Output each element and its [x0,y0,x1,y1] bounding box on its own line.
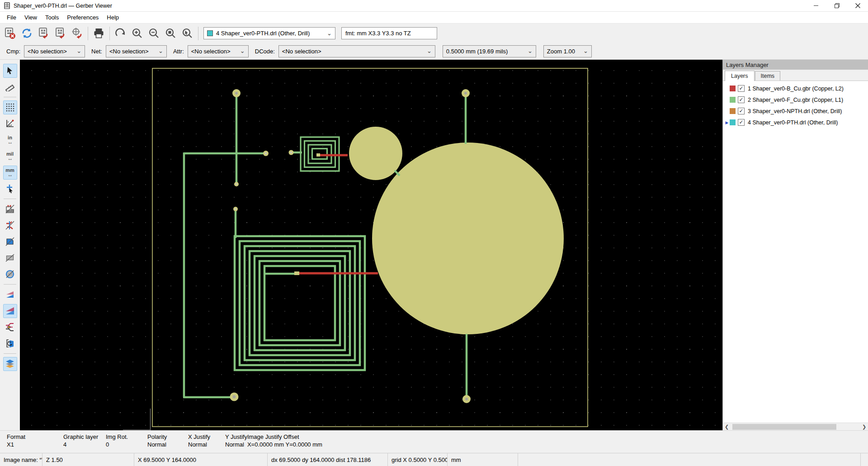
scroll-right-icon[interactable]: ❯ [860,423,868,431]
menu-item[interactable]: Preferences [63,13,103,22]
layer-label: 1 Shaper_ver0-B_Cu.gbr (Copper, L2) [748,86,844,92]
zoom-fit-button[interactable] [162,25,179,42]
scrollbar-track[interactable] [731,423,860,431]
component-select-value: <No selection> [28,48,67,55]
layers-manager-toggle-button[interactable] [3,357,17,371]
layers-list: ▶ ✓ 1 Shaper_ver0-B_Cu.gbr (Copper, L2) … [723,81,868,423]
active-layer-value: 4 Shaper_ver0-PTH.drl (Other, Drill) [216,30,310,37]
info-field: X Justify Normal [188,433,225,453]
status-cell: X 69.5000 Y 164.0000 [134,453,267,466]
layers-diff-mode-button[interactable] [3,304,17,318]
minimize-button[interactable] [806,0,826,11]
layer-row[interactable]: ▶ ✓ 3 Shaper_ver0-NPTH.drl (Other, Drill… [723,105,868,117]
dcode-select[interactable]: <No selection> ⌄ [278,45,435,57]
pointer-tool-button[interactable] [3,64,17,78]
component-select[interactable]: <No selection> ⌄ [24,45,85,57]
info-field-label: Polarity [147,433,188,440]
scroll-left-icon[interactable]: ❮ [723,423,731,431]
dcode-select-value: <No selection> [282,48,321,55]
layer-color-swatch[interactable] [730,97,736,103]
status-bar: Image name: “” Layer name: “no name”Z 1.… [0,453,868,466]
cursor-shape-button[interactable] [3,182,17,196]
info-field-label: Img Rot. [106,433,147,440]
menu-item[interactable]: View [20,13,41,22]
polar-coords-button[interactable]: r θ [3,117,17,131]
reload-all-layers-button[interactable] [19,25,35,42]
net-select-value: <No selection> [109,48,149,55]
dcode-label: DCode: [255,48,275,55]
layer-color-swatch[interactable] [730,119,736,125]
toolbar-separator [198,27,198,40]
layer-visibility-checkbox[interactable]: ✓ [738,119,745,126]
sketch-polygons-button[interactable] [3,235,17,249]
large-spiral-center-pad [294,271,299,275]
active-layer-select[interactable]: 4 Shaper_ver0-PTH.drl (Other, Drill) ⌄ [203,27,335,39]
checkmark-icon: ✓ [739,85,743,92]
tab-items[interactable]: Items [755,71,781,81]
copper-circles [349,127,564,334]
tab-layers[interactable]: Layers [725,71,755,81]
open-gerber-file-button[interactable] [35,25,52,42]
checkmark-icon: ✓ [739,96,743,103]
open-excellon-file-button[interactable] [52,25,69,42]
format-info-box: fmt: mm X3.3 Y3.3 no TZ [341,27,437,39]
zoom-in-button[interactable] [129,25,146,42]
scrollbar-thumb[interactable] [732,424,836,430]
show-dcodes-button[interactable]: D1 [3,267,17,281]
menu-item[interactable]: File [3,13,20,22]
sketch-lines-button[interactable] [3,219,17,233]
active-layer-swatch [207,30,213,36]
chevron-down-icon: ⌄ [236,49,245,53]
menu-item[interactable]: Tools [41,13,63,22]
show-negative-button[interactable] [3,251,17,265]
layers-normal-mode-button[interactable] [3,288,17,302]
zoom-level-select[interactable]: Zoom 1.00 ⌄ [543,45,592,57]
gerber-canvas[interactable] [20,60,722,430]
redraw-view-button[interactable] [112,25,129,42]
layer-visibility-checkbox[interactable]: ✓ [738,96,745,103]
flip-view-button[interactable] [3,337,17,351]
layer-row[interactable]: ▶ ✓ 1 Shaper_ver0-B_Cu.gbr (Copper, L2) [723,83,868,94]
layers-manager-panel: Layers Manager Layers Items ▶ ✓ 1 Shaper… [722,60,868,430]
info-field: Y Justify Normal [225,433,247,453]
layer-color-swatch[interactable] [730,86,736,91]
info-field-value: X1 [7,441,63,448]
measure-tool-button[interactable] [3,80,17,94]
layer-row[interactable]: ▶ ✓ 4 Shaper_ver0-PTH.drl (Other, Drill) [723,117,868,128]
sketch-flashed-button[interactable] [3,202,17,216]
zoom-out-button[interactable] [146,25,162,42]
attribute-select[interactable]: <No selection> ⌄ [188,45,249,57]
print-button[interactable] [90,25,107,42]
grid-visibility-button[interactable] [3,100,17,114]
grid-size-select[interactable]: 0.5000 mm (19.69 mils) ⌄ [443,45,536,57]
layer-color-swatch[interactable] [730,108,736,114]
chevron-down-icon: ⌄ [322,31,332,36]
zoom-level-value: Zoom 1.00 [547,48,575,55]
units-mm-button[interactable]: mm↔ [3,166,17,180]
toolbar-separator [109,27,110,40]
double-arrow-icon: ↔ [8,156,13,161]
info-field-value: Normal [188,441,225,448]
xor-mode-button[interactable] [3,320,17,334]
menu-item[interactable]: Help [103,13,123,22]
layer-row[interactable]: ▶ ✓ 2 Shaper_ver0-F_Cu.gbr (Copper, L1) [723,94,868,105]
restore-button[interactable] [826,0,847,11]
info-field: Graphic layer 4 [63,433,106,453]
layer-visibility-checkbox[interactable]: ✓ [738,85,745,92]
clear-all-layers-button[interactable] [2,25,19,42]
layer-visibility-checkbox[interactable]: ✓ [738,108,745,114]
close-button[interactable] [847,0,868,11]
zoom-selection-button[interactable] [179,25,196,42]
layers-panel-scrollbar[interactable]: ❮ ❯ [723,423,868,430]
open-job-file-button[interactable] [69,25,85,42]
info-field-label: Image Justify Offset [247,433,322,440]
filter-toolbar: Cmp: <No selection> ⌄ Net: <No selection… [0,43,868,60]
units-mil-button[interactable]: mil↔ [3,149,17,163]
net-select[interactable]: <No selection> ⌄ [106,45,167,57]
status-cell: mm [447,453,518,466]
info-field-value: Normal [225,441,247,448]
chevron-down-icon: ⌄ [579,49,588,53]
units-inch-button[interactable]: in↔ [3,133,17,147]
active-layer-arrow-icon: ▶ [724,120,730,125]
chevron-down-icon: ⌄ [422,49,432,53]
